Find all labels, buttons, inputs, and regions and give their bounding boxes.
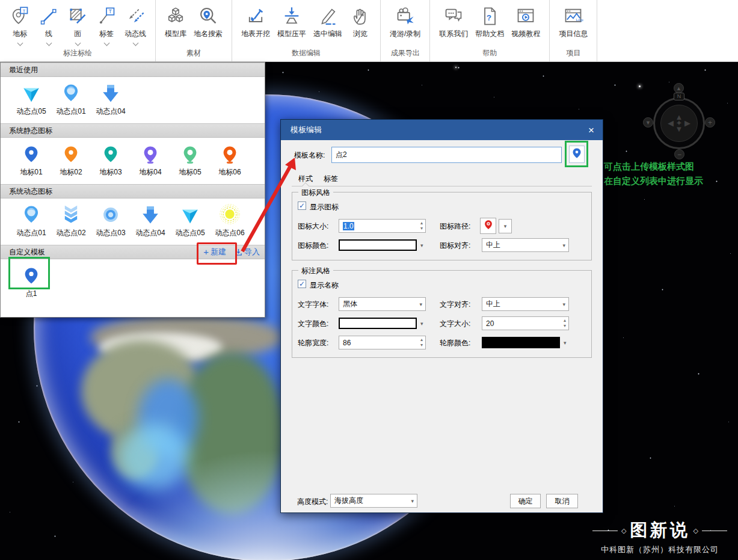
show-icon-checkbox[interactable]: ✓ [298,202,306,210]
toolbar-item-contact-us[interactable]: 联系我们 [437,4,470,40]
toolbar-item-polygon[interactable]: 面 [65,4,90,46]
section-items: 动态点05 动态点01 动态点04 [1,77,265,123]
tab-style[interactable]: 样式 [297,171,314,186]
toolbar-group-label: 素材 [156,48,232,58]
template-item-动态点03[interactable]: 动态点03 [91,202,131,238]
toolbar-item-landmark-pin[interactable]: T 地标 [7,4,32,46]
new-template-button[interactable]: +新建 [203,247,226,257]
toolbar-item-select-edit[interactable]: 选中编辑 [312,4,344,40]
toolbar-item-dynamic-line[interactable]: 动态线 [123,4,148,46]
terrain-dig-icon [245,5,266,28]
north-indicator[interactable]: N [674,93,684,100]
zoom-out-button[interactable]: − [674,149,684,159]
icon-path-button[interactable] [480,218,496,234]
template-item-地标03[interactable]: 地标03 [91,141,131,177]
template-item-动态点05[interactable]: 动态点05 [11,81,51,117]
dropdown-arrow-icon[interactable]: ▾ [420,242,423,248]
template-item-动态点04[interactable]: 动态点04 [91,81,131,117]
chevron-down-icon[interactable] [103,40,109,46]
spinner-arrows-icon[interactable]: ▴▾ [420,337,423,348]
icon-size-label: 图标大小: [298,221,328,232]
text-color-swatch[interactable] [339,318,417,329]
label-style-legend: 标注风格 [298,266,333,276]
template-item-地标02[interactable]: 地标02 [51,141,91,177]
import-icon [235,248,242,256]
cancel-button[interactable]: 取消 [546,494,578,508]
toolbar-group-label: 标注标绘 [0,48,155,58]
show-name-label: 显示名称 [310,280,339,291]
template-item-地标04[interactable]: 地标04 [131,141,170,177]
dropdown-arrow-icon[interactable]: ▾ [420,321,423,327]
chevron-down-icon[interactable] [132,40,138,46]
pin-marker-icon [101,141,120,164]
icon-color-picker[interactable]: ▾ [339,238,423,252]
show-name-checkbox[interactable]: ✓ [298,280,306,288]
tilt-up-button[interactable]: ▲ [674,83,684,93]
template-name-input[interactable]: 点2 [331,147,562,163]
icon-path-label: 图标路径: [440,221,470,232]
toolbar-item-browse-hand[interactable]: 浏览 [348,4,373,40]
section-items: 点1 [1,259,265,317]
icon-path-dropdown[interactable]: ▾ [499,219,512,233]
import-template-button[interactable]: 导入 [235,247,260,257]
template-item-动态点01[interactable]: 动态点01 [11,202,51,238]
spinner-arrows-icon[interactable]: ▴▾ [564,318,566,328]
template-item-动态点06[interactable]: 动态点06 [210,202,250,238]
spinner-arrows-icon[interactable]: ▴▾ [420,220,423,231]
height-mode-label: 高度模式: [297,497,328,507]
dialog-titlebar[interactable]: 模板编辑 × [281,120,603,140]
text-size-spinner[interactable]: 20 ▴▾ [482,316,569,330]
template-item-地标06[interactable]: 地标06 [210,141,250,177]
toolbar-item-help-doc[interactable]: ? 帮助文档 [473,4,506,40]
template-item-动态点05[interactable]: 动态点05 [170,202,210,238]
text-font-label: 文字字体: [298,300,328,310]
toolbar-item-model-flatten[interactable]: 模型压平 [275,4,308,40]
pan-control[interactable]: ▲◀ ✦ ▶▼ [660,105,698,142]
template-item-动态点02[interactable]: 动态点02 [51,202,91,238]
ok-button[interactable]: 确定 [510,494,541,508]
chevron-down-icon[interactable] [17,40,23,46]
section-header: 自定义模板+新建 导入 [1,245,265,259]
template-item-点1[interactable]: 点1 [11,263,51,299]
toolbar-group-3: 地表开挖 模型压平 选中编辑 浏览 数据编辑 [232,0,381,61]
toolbar-item-model-library[interactable]: 模型库 [163,4,188,40]
template-style-image-button[interactable] [569,146,585,163]
template-item-地标01[interactable]: 地标01 [11,141,51,177]
dropdown-arrow-icon: ▾ [419,301,422,307]
dropdown-arrow-icon[interactable]: ▾ [564,340,567,346]
text-color-picker[interactable]: ▾ [339,316,423,330]
height-mode-combo[interactable]: 海拔高度▾ [330,494,417,508]
text-font-combo[interactable]: 黑体▾ [339,297,426,311]
outline-color-picker[interactable]: ▾ [482,336,567,349]
zoom-in-button[interactable]: + [705,117,715,128]
ring-marker-icon [100,202,121,225]
section-title: 系统动态图标 [9,186,52,197]
toolbar-item-video-tutorial[interactable]: 视频教程 [509,4,542,40]
toolbar-item-tag[interactable]: T 标签 [94,4,119,46]
toolbar-item-roam-record[interactable]: 漫游/录制 [388,4,422,40]
icon-color-swatch[interactable] [339,239,417,251]
section-header: 最近使用 [1,63,265,77]
icon-size-spinner[interactable]: 1.0 ▴▾ [339,219,426,233]
chevron-down-icon[interactable] [46,40,52,46]
outline-color-swatch[interactable] [482,337,560,348]
app-logo: 图新说 [630,518,690,543]
template-item-地标05[interactable]: 地标05 [170,141,210,177]
template-item-动态点04[interactable]: 动态点04 [131,202,170,238]
toolbar-item-terrain-dig[interactable]: 地表开挖 [239,4,272,40]
toolbar-group-6: Logo 项目信息 项目 [550,0,597,61]
toolbar-item-polyline[interactable]: 线 [36,4,61,46]
tilt-down-button[interactable]: ▼ [643,117,653,128]
polyline-icon [38,5,59,28]
outline-width-spinner[interactable]: 86 ▴▾ [339,336,426,349]
tab-tag[interactable]: 标签 [322,171,339,186]
close-icon[interactable]: × [588,125,594,135]
icon-align-combo[interactable]: 中上▾ [482,238,569,252]
toolbar-item-project-info[interactable]: Logo 项目信息 [557,4,589,40]
template-item-动态点01[interactable]: 动态点01 [51,81,91,117]
diamond-marker-icon [180,202,200,225]
chevron-down-icon[interactable] [75,40,81,46]
text-align-combo[interactable]: 中上▾ [482,297,569,311]
toolbar-item-place-search[interactable]: 地名搜索 [192,4,224,40]
svg-text:T: T [108,8,112,14]
